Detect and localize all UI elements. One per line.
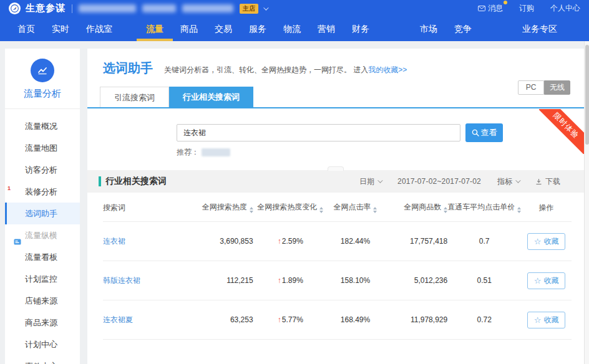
brand-logo-icon bbox=[9, 2, 21, 14]
keyword-link[interactable]: 连衣裙 bbox=[103, 237, 125, 246]
sidebar: 流量分析 流量概况 流量地图 访客分析 1 装修分析 选词助手 流量纵横 流量看… bbox=[5, 49, 80, 364]
download-button[interactable]: 下载 bbox=[535, 176, 560, 187]
sort-icon[interactable] bbox=[373, 207, 377, 213]
sidebar-item-traffic-matrix[interactable]: 流量纵横 bbox=[5, 224, 80, 246]
sidebar-item-label: 店铺来源 bbox=[25, 296, 57, 305]
nav-item-realtime[interactable]: 实时 bbox=[52, 17, 69, 41]
toggle-wireless-active[interactable]: 无线 bbox=[544, 80, 570, 95]
change-value: 5.77% bbox=[282, 315, 303, 324]
nav-item-trade[interactable]: 交易 bbox=[215, 17, 232, 41]
nav-item-war-room[interactable]: 作战室 bbox=[86, 17, 112, 41]
enter-prefix: 进入 bbox=[353, 65, 368, 74]
nav-item-goods[interactable]: 商品 bbox=[180, 17, 198, 41]
sidebar-item-word-helper-active[interactable]: 选词助手 bbox=[5, 203, 80, 224]
chevron-down-icon bbox=[515, 178, 520, 183]
sort-icon[interactable] bbox=[517, 207, 521, 213]
nav-item-logistics[interactable]: 物流 bbox=[283, 17, 301, 41]
redacted-block bbox=[182, 4, 233, 12]
sort-icon[interactable] bbox=[250, 207, 253, 213]
ctr-value: 168.49% bbox=[328, 300, 383, 340]
search-button[interactable]: 查看 bbox=[465, 123, 503, 142]
sidebar-item-plan-center[interactable]: 计划中心 bbox=[5, 333, 80, 355]
col-label: 直通车平均点击单价 bbox=[447, 203, 515, 211]
trend-up-icon: ↑ bbox=[278, 315, 281, 324]
nav-item-business-zone[interactable]: 业务专区 bbox=[522, 17, 557, 41]
col-label: 全网点击率 bbox=[333, 203, 371, 211]
sort-icon[interactable] bbox=[319, 207, 323, 213]
nav-item-competition[interactable]: 竞争 bbox=[454, 17, 472, 41]
sidebar-item-plan-monitor[interactable]: 计划监控 bbox=[5, 268, 80, 290]
metric-filter-label: 指标 bbox=[497, 176, 512, 187]
trend-up-icon: ↑ bbox=[278, 237, 281, 246]
collapse-handle[interactable] bbox=[328, 166, 344, 171]
sidebar-item-event-center[interactable]: 事件中心 bbox=[5, 355, 80, 364]
heat-value: 3,690,853 bbox=[188, 222, 253, 261]
my-favorites-link[interactable]: 我的收藏>> bbox=[368, 65, 407, 74]
sidebar-item-visitor-analysis[interactable]: 访客分析 bbox=[5, 159, 80, 181]
sidebar-item-label: 流量概况 bbox=[25, 122, 57, 131]
cpc-value: 0.7 bbox=[447, 222, 521, 261]
brand-name: 生意参谋 bbox=[26, 2, 66, 14]
keyword-link[interactable]: 韩版连衣裙 bbox=[103, 276, 140, 285]
sidebar-item-traffic-map[interactable]: 流量地图 bbox=[5, 137, 80, 159]
search-icon bbox=[472, 129, 479, 136]
page-scrollbar[interactable] bbox=[584, 41, 589, 364]
keyword-link[interactable]: 连衣裙夏 bbox=[103, 315, 133, 324]
col-search-heat[interactable]: 全网搜索热度 bbox=[188, 193, 253, 222]
sidebar-item-label: 选词助手 bbox=[25, 209, 57, 218]
trend-up-icon: ↑ bbox=[278, 276, 281, 285]
date-filter-label: 日期 bbox=[359, 176, 374, 187]
promo-ribbon[interactable]: 限时体验 bbox=[539, 109, 584, 154]
sidebar-item-traffic-overview[interactable]: 流量概况 bbox=[5, 115, 80, 137]
scrollbar-thumb[interactable] bbox=[585, 45, 589, 145]
products-value: 11,978,929 bbox=[383, 300, 447, 340]
tab-industry-keywords-active[interactable]: 行业相关搜索词 bbox=[169, 87, 253, 107]
main-content: 选词助手 关键词分析器，引流、转化、全网热搜趋势，一网打尽。 进入我的收藏>> … bbox=[87, 49, 584, 364]
sidebar-item-label: 装修分析 bbox=[25, 187, 57, 196]
sidebar-item-traffic-board[interactable]: 流量看板 bbox=[5, 246, 80, 268]
ctr-value: 182.44% bbox=[328, 222, 383, 261]
favorite-label: 收藏 bbox=[543, 236, 558, 247]
favorite-button[interactable]: ☆收藏 bbox=[527, 233, 566, 250]
messages-link[interactable]: 消息 bbox=[478, 3, 503, 14]
personal-center-link[interactable]: 个人中心 bbox=[550, 3, 580, 14]
col-actions: 操作 bbox=[521, 193, 572, 222]
shop-switch-chevron-icon[interactable] bbox=[263, 5, 268, 10]
traffic-analysis-icon bbox=[31, 59, 54, 82]
metric-filter-dropdown[interactable]: 指标 bbox=[497, 176, 519, 187]
main-nav: 首页 实时 作战室 流量 商品 交易 服务 物流 营销 财务 市场 竞争 业务专… bbox=[0, 17, 589, 41]
tab-inflow-keywords[interactable]: 引流搜索词 bbox=[100, 87, 169, 107]
nav-item-traffic-active[interactable]: 流量 bbox=[146, 17, 163, 41]
tabs-underline bbox=[87, 107, 584, 108]
nav-item-finance[interactable]: 财务 bbox=[352, 17, 369, 41]
sidebar-item-label: 流量纵横 bbox=[25, 231, 57, 240]
col-ctr[interactable]: 全网点击率 bbox=[328, 193, 383, 222]
col-keyword: 搜索词 bbox=[103, 193, 188, 222]
sidebar-item-label: 流量看板 bbox=[25, 252, 57, 262]
favorite-button[interactable]: ☆收藏 bbox=[527, 272, 566, 289]
sidebar-item-label: 计划监控 bbox=[25, 274, 57, 284]
subscribe-link[interactable]: 订购 bbox=[519, 3, 534, 14]
toggle-pc[interactable]: PC bbox=[518, 80, 544, 95]
col-heat-change[interactable]: 全网搜索热度变化 bbox=[253, 193, 328, 222]
section-header: 行业相关搜索词 日期 2017-07-02~2017-07-02 指标 下载 bbox=[87, 170, 584, 193]
date-filter-dropdown[interactable]: 日期 bbox=[359, 176, 381, 187]
col-avg-cpc[interactable]: 直通车平均点击单价 bbox=[447, 193, 521, 222]
nav-item-market[interactable]: 市场 bbox=[420, 17, 437, 41]
nav-item-marketing[interactable]: 营销 bbox=[318, 17, 335, 41]
col-product-count[interactable]: 全网商品数 bbox=[383, 193, 447, 222]
favorite-button[interactable]: ☆收藏 bbox=[527, 312, 566, 328]
recommend-chip-redacted[interactable] bbox=[202, 148, 230, 156]
page-title: 选词助手 bbox=[103, 60, 153, 77]
nav-item-service[interactable]: 服务 bbox=[249, 17, 266, 41]
col-label: 搜索词 bbox=[103, 203, 125, 212]
date-range-value[interactable]: 2017-07-02~2017-07-02 bbox=[397, 177, 481, 186]
keyword-search-input[interactable] bbox=[177, 124, 460, 141]
envelope-icon bbox=[478, 6, 485, 11]
sidebar-item-goods-source[interactable]: 商品来源 bbox=[5, 312, 80, 333]
nav-item-home[interactable]: 首页 bbox=[17, 17, 35, 41]
sidebar-item-decoration-analysis[interactable]: 1 装修分析 bbox=[5, 181, 80, 203]
sidebar-module-header: 流量分析 bbox=[5, 49, 80, 109]
sidebar-item-shop-source[interactable]: 店铺来源 bbox=[5, 290, 80, 312]
products-value: 17,757,418 bbox=[383, 222, 447, 261]
